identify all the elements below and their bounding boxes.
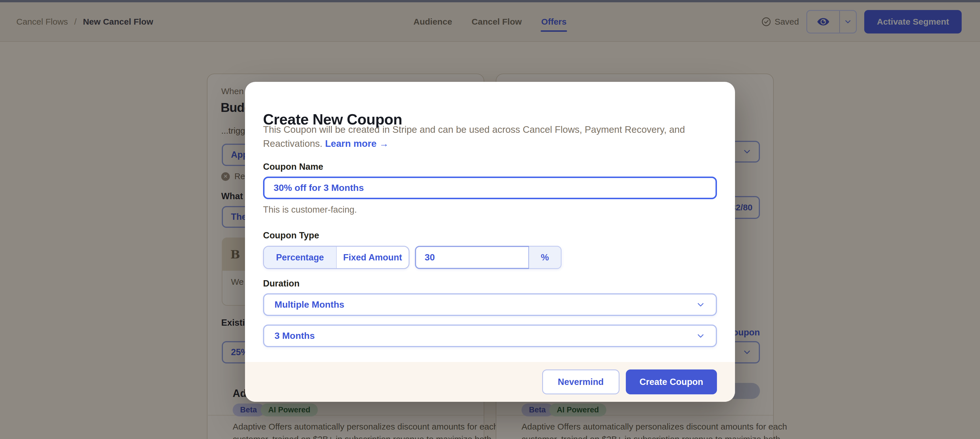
modal-description-line1: This Coupon will be created in Stripe an… <box>263 124 685 135</box>
chevron-down-icon <box>696 300 705 310</box>
coupon-type-segmented-control: Percentage Fixed Amount <box>263 246 409 269</box>
modal-description: This Coupon will be created in Stripe an… <box>263 122 717 151</box>
discount-amount-group: % <box>415 246 562 269</box>
duration-length-select[interactable]: 3 Months <box>263 325 717 347</box>
app-screen: Cancel Flows / New Cancel Flow Audience … <box>0 0 980 439</box>
duration-interval-select[interactable]: Multiple Months <box>263 293 717 316</box>
chevron-down-icon <box>696 331 705 341</box>
coupon-type-option-fixed-amount[interactable]: Fixed Amount <box>337 247 409 268</box>
duration-interval-value: Multiple Months <box>275 300 344 310</box>
discount-amount-input[interactable] <box>415 246 530 269</box>
coupon-name-input[interactable] <box>263 177 717 199</box>
duration-length-value: 3 Months <box>275 331 315 341</box>
create-coupon-button[interactable]: Create Coupon <box>626 369 717 395</box>
learn-more-link[interactable]: Learn more → <box>325 138 388 149</box>
coupon-name-label: Coupon Name <box>263 162 323 172</box>
nevermind-button[interactable]: Nevermind <box>542 369 619 395</box>
duration-label: Duration <box>263 279 299 289</box>
coupon-type-label: Coupon Type <box>263 230 319 241</box>
percent-unit-suffix: % <box>529 246 562 269</box>
modal-footer: Nevermind Create Coupon <box>245 362 735 402</box>
coupon-type-option-percentage[interactable]: Percentage <box>264 247 337 268</box>
coupon-name-helper: This is customer-facing. <box>263 204 357 215</box>
create-coupon-modal: Create New Coupon This Coupon will be cr… <box>245 82 735 402</box>
modal-description-line2: Reactivations. <box>263 138 322 149</box>
